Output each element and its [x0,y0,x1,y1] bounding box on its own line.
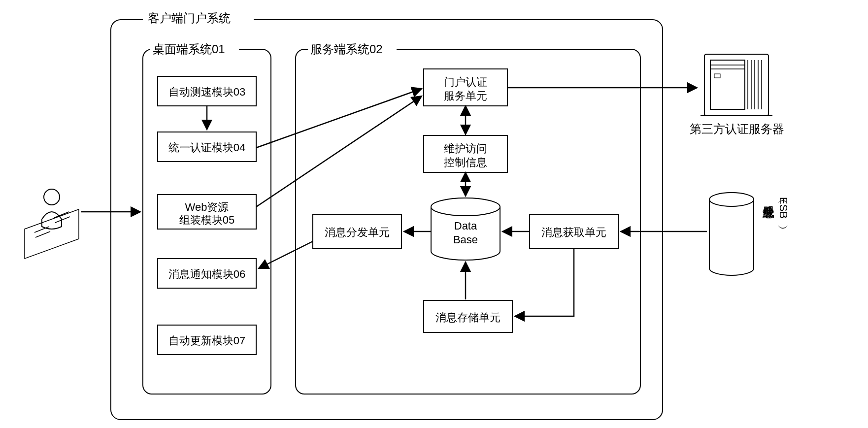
arrow-auth-to-portal [256,89,422,148]
portal-title: 客户端门户系统 [148,11,231,25]
svg-text:自动更新模块07: 自动更新模块07 [168,334,245,347]
arrow-dispatch-to-notify [259,241,313,268]
svg-text:Base: Base [453,233,478,246]
svg-text:统一认证模块04: 统一认证模块04 [168,141,245,154]
svg-text:自动测速模块03: 自动测速模块03 [168,86,245,98]
svg-point-1 [44,189,60,205]
server-title: 服务端系统02 [310,42,383,56]
svg-text:Data: Data [454,220,477,232]
svg-text:消息通知模块06: 消息通知模块06 [168,268,245,280]
svg-text:服务单元: 服务单元 [444,90,487,102]
svg-rect-29 [714,74,720,78]
esb-label-sub: （ESB） [777,197,790,229]
svg-text:维护访问: 维护访问 [444,142,487,155]
esb-icon [709,193,754,275]
svg-text:门户认证: 门户认证 [444,76,487,88]
svg-rect-21 [710,60,745,109]
user-icon [25,189,79,259]
svg-rect-20 [704,54,768,116]
architecture-diagram: 客户端门户系统 桌面端系统01 自动测速模块03 统一认证模块04 Web资源 … [0,0,868,428]
third-party-server-icon [701,54,772,116]
svg-text:消息存储单元: 消息存储单元 [435,311,501,324]
svg-text:组装模块05: 组装模块05 [179,214,234,226]
svg-text:消息分发单元: 消息分发单元 [325,226,390,238]
database: Data Base [431,198,500,260]
svg-text:Web资源: Web资源 [185,201,229,213]
svg-text:控制信息: 控制信息 [444,156,487,168]
svg-text:消息获取单元: 消息获取单元 [541,226,606,238]
svg-point-14 [431,198,500,216]
arrow-web-to-portal [256,96,422,207]
esb-label-main: 企业服务总线 [763,206,775,219]
arrow-fetch-store [515,249,574,316]
desktop-title: 桌面端系统01 [153,42,225,56]
svg-point-31 [709,193,754,206]
third-party-label: 第三方认证服务器 [690,122,784,135]
